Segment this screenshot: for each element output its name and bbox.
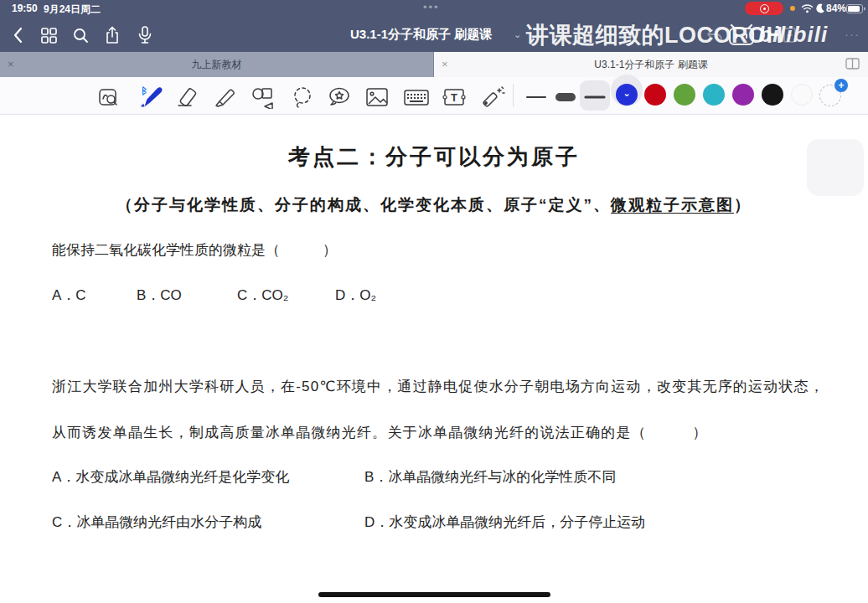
sticker-tool[interactable] <box>326 84 353 111</box>
lasso-tool[interactable] <box>289 84 316 111</box>
keyboard-tool[interactable] <box>403 84 430 111</box>
stroke-medium-option[interactable] <box>581 84 608 111</box>
microphone-icon[interactable] <box>134 24 156 46</box>
q1-option-b: B．CO <box>137 286 182 305</box>
highlighter-tool[interactable] <box>211 84 238 111</box>
document-title[interactable]: U3.1-1分子和原子 刷题课 <box>350 27 492 43</box>
multitask-dots: ••• <box>423 1 440 13</box>
eraser-tool[interactable] <box>173 84 199 111</box>
mic-in-use-indicator <box>790 6 795 11</box>
search-icon[interactable] <box>70 24 91 46</box>
ipad-screen: 19:50 9月24日周二 ••• 84% <box>0 0 868 603</box>
toolbar-divider <box>513 84 514 107</box>
close-icon[interactable]: × <box>442 58 448 70</box>
color-black[interactable] <box>762 84 783 106</box>
battery-percent: 84% <box>826 3 846 14</box>
record-icon <box>760 4 769 13</box>
moon-icon <box>815 3 825 13</box>
pen-tool[interactable] <box>137 84 164 111</box>
close-icon[interactable]: × <box>8 58 14 70</box>
stroke-bold-option[interactable] <box>552 84 579 111</box>
q1-option-a: A．C <box>52 286 86 305</box>
top-bar: 19:50 9月24日周二 ••• 84% <box>0 0 868 52</box>
chevron-down-icon: ⌄ <box>616 88 638 99</box>
status-bar: 19:50 9月24日周二 ••• 84% <box>0 0 868 17</box>
clock-time: 19:50 <box>12 3 38 14</box>
section-title: 考点二：分子可以分为原子 <box>0 142 868 172</box>
clock-date: 9月24日周二 <box>44 3 101 17</box>
thumbnails-grid-button[interactable] <box>38 24 59 46</box>
q2-option-d: D．水变成冰单晶微纳光纤后，分子停止运动 <box>364 513 645 532</box>
color-white[interactable] <box>791 84 813 106</box>
color-teal[interactable] <box>703 84 725 106</box>
question-1: 能保持二氧化碳化学性质的微粒是（ ） <box>52 240 337 260</box>
add-color-plus-badge[interactable]: + <box>834 79 848 92</box>
bluetooth-icon <box>143 87 147 95</box>
section-subtitle: （分子与化学性质、分子的构成、化学变化本质、原子“定义”、微观粒子示意图） <box>0 194 868 216</box>
more-icon[interactable]: ··· <box>845 27 860 41</box>
text-tool[interactable]: T <box>441 84 468 111</box>
stroke-thin-option[interactable] <box>523 84 550 111</box>
share-icon[interactable] <box>101 24 123 46</box>
screen-recording-indicator[interactable] <box>745 2 783 15</box>
color-green[interactable] <box>674 84 695 106</box>
drawing-toolbar: T ⌄ + <box>0 77 868 115</box>
color-red[interactable] <box>644 84 666 106</box>
subtitle-text: ） <box>734 196 752 214</box>
bilibili-logo: bilibili <box>727 22 828 48</box>
q2-option-c: C．冰单晶微纳光纤由水分子构成 <box>52 513 261 532</box>
q2-option-a: A．水变成冰单晶微纳光纤是化学变化 <box>52 467 289 487</box>
color-blue-selected[interactable]: ⌄ <box>616 84 638 106</box>
svg-text:T: T <box>451 91 457 104</box>
laser-pointer-tool[interactable] <box>479 84 506 111</box>
tab-label: U3.1-1分子和原子 刷题课 <box>594 58 707 72</box>
q1-option-c: C．CO₂ <box>237 286 288 305</box>
color-purple[interactable] <box>732 84 754 106</box>
title-chevron-down-icon[interactable]: ⌄ <box>514 29 521 40</box>
handwritten-divider-line <box>318 592 550 597</box>
tab-notebook-2-active[interactable]: × U3.1-1分子和原子 刷题课 <box>434 52 868 77</box>
question-2-line-1: 浙江大学联合加州大学科研人员，在-50℃环境中，通过静电促使水分子朝电场方向运动… <box>52 377 824 396</box>
bilibili-wordmark: bilibili <box>758 22 828 48</box>
zoom-window-tool[interactable] <box>96 84 122 111</box>
q2-option-b: B．冰单晶微纳光纤与冰的化学性质不同 <box>364 467 616 487</box>
battery-icon <box>846 4 865 13</box>
tab-strip: × 九上新教材 × U3.1-1分子和原子 刷题课 <box>0 52 868 77</box>
image-tool[interactable] <box>364 84 390 111</box>
shapes-tool[interactable] <box>250 84 276 111</box>
reader-view-icon[interactable] <box>845 58 860 70</box>
wifi-icon <box>801 3 814 13</box>
tab-label: 九上新教材 <box>192 58 242 72</box>
q1-option-d: D．O₂ <box>335 286 376 305</box>
question-2-line-2: 从而诱发单晶生长，制成高质量冰单晶微纳光纤。关于冰单晶微纳光纤的说法正确的是（ … <box>52 423 708 442</box>
subtitle-underlined-text: 微观粒子示意图 <box>611 196 734 214</box>
tab-notebook-1[interactable]: × 九上新教材 <box>0 52 434 77</box>
back-button[interactable] <box>7 24 28 46</box>
nav-bar: U3.1-1分子和原子 刷题课 ⌄ ··· 讲课超细致的LOCOROH bili… <box>0 17 868 52</box>
note-canvas[interactable]: 考点二：分子可以分为原子 （分子与化学性质、分子的构成、化学变化本质、原子“定义… <box>0 115 868 603</box>
subtitle-text: （分子与化学性质、分子的构成、化学变化本质、原子“定义”、 <box>116 196 611 214</box>
